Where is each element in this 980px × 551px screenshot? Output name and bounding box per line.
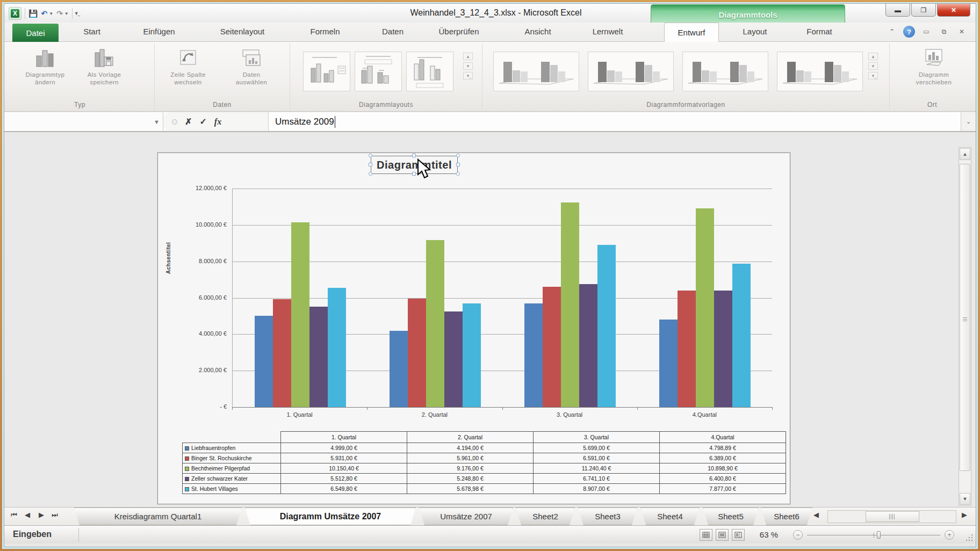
vertical-scrollbar-thumb[interactable]: [960, 164, 970, 471]
redo-icon[interactable]: ↷: [56, 9, 63, 18]
bar-Binger St. Rochuskirche[interactable]: [543, 287, 561, 407]
bar-St. Hubert Villages[interactable]: [328, 288, 346, 407]
close-button[interactable]: ✕: [937, 4, 970, 17]
tab-scroll-left-icon[interactable]: ◀: [813, 511, 819, 519]
formula-input[interactable]: Umsätze 2009: [269, 112, 961, 131]
page-break-view-icon[interactable]: [732, 529, 745, 541]
sheet-tab-sheet5[interactable]: Sheet5: [703, 508, 759, 525]
last-sheet-icon[interactable]: ⏭: [52, 511, 58, 519]
bar-Liebfrauentropfen[interactable]: [390, 331, 408, 407]
sheet-tab-sheet6[interactable]: Sheet6: [761, 508, 812, 525]
save-as-template-button[interactable]: Als Vorlage speichern: [81, 47, 128, 86]
undo-dropdown-icon[interactable]: ▼: [49, 11, 53, 16]
chart-layout-thumbnail-3[interactable]: [406, 52, 453, 91]
bar-Liebfrauentropfen[interactable]: [524, 303, 543, 407]
tab-überprüfen[interactable]: Überprüfen: [424, 27, 494, 36]
bar-Bechtheimer Pilgerpfad[interactable]: [696, 208, 714, 407]
bar-Zeller schwarzer Kater[interactable]: [309, 307, 328, 407]
name-box-dropdown-icon[interactable]: ▼: [154, 119, 160, 125]
bar-Zeller schwarzer Kater[interactable]: [579, 284, 597, 407]
chart-layout-thumbnail-1[interactable]: [303, 52, 350, 91]
bar-Bechtheimer Pilgerpfad[interactable]: [291, 222, 309, 407]
chart-sheet[interactable]: Diagrammtitel Achsentitel 12.000,00 €10.…: [157, 153, 790, 504]
collapse-dialog-icon[interactable]: [172, 119, 177, 125]
sheet-tab-kreisdiagramm-quartal1[interactable]: Kreisdiagramm Quartal1: [74, 508, 242, 525]
scroll-up-icon[interactable]: ▲: [960, 148, 970, 160]
bar-Liebfrauentropfen[interactable]: [659, 320, 678, 407]
bar-Binger St. Rochuskirche[interactable]: [273, 299, 291, 407]
chart-style-thumbnail-3[interactable]: [682, 52, 768, 91]
save-icon[interactable]: 💾: [28, 9, 38, 18]
prev-sheet-icon[interactable]: ◀: [25, 511, 30, 519]
next-sheet-icon[interactable]: ▶: [39, 511, 44, 519]
tab-start[interactable]: Start: [57, 27, 127, 36]
help-icon[interactable]: ?: [903, 26, 915, 38]
normal-view-icon[interactable]: [700, 529, 712, 541]
plot-area[interactable]: [232, 189, 772, 407]
tab-seitenlayout[interactable]: Seitenlayout: [207, 27, 277, 36]
expand-formula-bar-icon[interactable]: ⌄: [961, 112, 976, 131]
tab-daten[interactable]: Daten: [358, 27, 428, 36]
zoom-slider-handle[interactable]: [877, 531, 881, 539]
name-box[interactable]: ▼: [4, 112, 163, 131]
page-layout-view-icon[interactable]: [716, 529, 729, 541]
zoom-in-icon[interactable]: +: [945, 530, 954, 540]
select-data-button[interactable]: Daten auswählen: [228, 47, 275, 86]
bar-St. Hubert Villages[interactable]: [732, 264, 751, 407]
tab-scroll-right-icon[interactable]: ▶: [962, 511, 967, 519]
undo-icon[interactable]: ↶: [41, 9, 47, 18]
collapse-ribbon-icon[interactable]: ⌃: [885, 26, 898, 38]
tab-einfügen[interactable]: Einfügen: [124, 27, 194, 36]
zoom-slider[interactable]: − +: [793, 530, 954, 540]
zoom-out-icon[interactable]: −: [793, 530, 803, 540]
sheet-tab-umsätze-2007[interactable]: Umsätze 2007: [419, 508, 513, 525]
switch-row-column-button[interactable]: Zeile Spalte wechseln: [164, 47, 212, 86]
bar-St. Hubert Villages[interactable]: [463, 303, 481, 407]
chart-data-table[interactable]: 1. Quartal2. Quartal3. Quartal4.QuartalL…: [182, 431, 786, 494]
chart-style-thumbnail-1[interactable]: [493, 52, 579, 91]
minimize-button[interactable]: ▬: [885, 4, 910, 17]
cancel-entry-icon[interactable]: ✗: [185, 117, 192, 127]
sheet-tab-sheet2[interactable]: Sheet2: [516, 508, 575, 525]
workbook-minimize-icon[interactable]: ▭: [920, 26, 933, 38]
tab-lernwelt[interactable]: Lernwelt: [573, 27, 643, 36]
bar-Bechtheimer Pilgerpfad[interactable]: [561, 202, 579, 407]
sheet-tab-sheet3[interactable]: Sheet3: [578, 508, 637, 525]
scroll-down-icon[interactable]: ▼: [960, 493, 970, 505]
excel-app-icon[interactable]: X: [9, 7, 21, 20]
tab-datei[interactable]: Datei: [12, 24, 59, 42]
confirm-entry-icon[interactable]: ✓: [199, 117, 206, 127]
horizontal-scrollbar[interactable]: [827, 510, 956, 523]
vertical-scrollbar[interactable]: ▲ ▼: [959, 147, 971, 506]
insert-function-icon[interactable]: fx: [214, 117, 221, 127]
styles-gallery-arrows[interactable]: ▲▼▼̲: [868, 53, 878, 79]
bar-Liebfrauentropfen[interactable]: [255, 316, 273, 407]
tab-formeln[interactable]: Formeln: [290, 27, 360, 36]
bar-Binger St. Rochuskirche[interactable]: [678, 291, 696, 407]
workbook-close-icon[interactable]: ✕: [955, 26, 968, 38]
move-chart-button[interactable]: Diagramm verschieben: [910, 47, 957, 86]
sheet-tab-diagramm-umsätze-2007[interactable]: Diagramm Umsätze 2007: [245, 508, 416, 525]
tab-entwurf-active[interactable]: Entwurf: [664, 23, 719, 42]
workbook-restore-icon[interactable]: ⧉: [938, 26, 950, 38]
resize-grip[interactable]: [965, 533, 974, 542]
title-bar[interactable]: X 💾 ↶▼ ↷▼ ▼̲ Weinhandel_3_12_4_3.xlsx - …: [4, 4, 976, 23]
bar-Binger St. Rochuskirche[interactable]: [408, 299, 426, 407]
tab-ansicht[interactable]: Ansicht: [503, 27, 573, 36]
tab-format[interactable]: Format: [784, 27, 854, 36]
chart-layout-thumbnail-2[interactable]: [355, 52, 402, 91]
layouts-gallery-arrows[interactable]: ▲▼▼̲: [463, 53, 473, 79]
y-axis-title[interactable]: Achsentitel: [165, 242, 171, 274]
horizontal-scrollbar-thumb[interactable]: [866, 511, 919, 522]
chart-style-thumbnail-4[interactable]: [777, 52, 863, 91]
chart-title[interactable]: Diagrammtitel: [371, 156, 458, 174]
bar-Zeller schwarzer Kater[interactable]: [714, 291, 732, 407]
change-chart-type-button[interactable]: Diagrammtyp ändern: [21, 47, 69, 86]
maximize-button[interactable]: ❐: [911, 4, 936, 17]
sheet-tab-sheet4[interactable]: Sheet4: [640, 508, 700, 525]
tab-layout[interactable]: Layout: [720, 27, 790, 36]
bar-Zeller schwarzer Kater[interactable]: [444, 311, 463, 407]
redo-dropdown-icon[interactable]: ▼: [64, 11, 69, 16]
bar-St. Hubert Villages[interactable]: [597, 245, 616, 407]
bar-Bechtheimer Pilgerpfad[interactable]: [426, 240, 444, 407]
